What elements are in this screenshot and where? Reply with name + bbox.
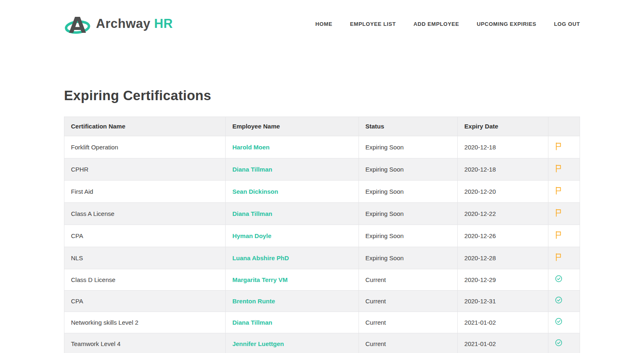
nav-link-log-out[interactable]: LOG OUT — [554, 21, 580, 27]
nav-link-employee-list[interactable]: EMPLOYEE LIST — [350, 21, 396, 27]
employee-link[interactable]: Diana Tillman — [232, 166, 272, 173]
expiry-date-cell: 2020-12-20 — [458, 181, 548, 203]
check-circle-icon — [555, 318, 562, 325]
check-circle-icon — [555, 275, 562, 282]
status-cell: Current — [359, 312, 457, 333]
certification-name-cell: CPA — [64, 225, 226, 247]
status-icon-cell — [548, 333, 580, 353]
site-header: A ArchwayHR HOMEEMPLOYEE LISTADD EMPLOYE… — [0, 0, 644, 37]
employee-name-cell: Brenton Runte — [226, 291, 359, 312]
table-row: Teamwork Level 4Jennifer LuettgenCurrent… — [64, 333, 580, 353]
table-row: CPABrenton RunteCurrent2020-12-31 — [64, 291, 580, 312]
column-header-status: Status — [359, 117, 457, 136]
employee-link[interactable]: Sean Dickinson — [232, 188, 278, 195]
employee-name-cell: Jennifer Luettgen — [226, 333, 359, 353]
employee-link[interactable]: Jennifer Luettgen — [232, 340, 284, 347]
status-icon-cell — [548, 247, 580, 269]
expiring-certifications-table: Certification NameEmployee NameStatusExp… — [64, 117, 580, 353]
table-row: NLSLuana Abshire PhDExpiring Soon2020-12… — [64, 247, 580, 269]
status-cell: Expiring Soon — [359, 247, 457, 269]
flag-icon — [555, 253, 562, 261]
status-cell: Expiring Soon — [359, 158, 457, 181]
status-icon-cell — [548, 181, 580, 203]
status-cell: Expiring Soon — [359, 225, 457, 247]
main-content: Expiring Certifications Certification Na… — [64, 88, 580, 353]
status-cell: Expiring Soon — [359, 136, 457, 158]
employee-name-cell: Margarita Terry VM — [226, 269, 359, 291]
nav-link-home[interactable]: HOME — [315, 21, 332, 27]
employee-link[interactable]: Hyman Doyle — [232, 232, 271, 239]
expiry-date-cell: 2021-01-02 — [458, 312, 548, 333]
employee-name-cell: Luana Abshire PhD — [226, 247, 359, 269]
expiry-date-cell: 2020-12-31 — [458, 291, 548, 312]
table-row: CPHRDiana TillmanExpiring Soon2020-12-18 — [64, 158, 580, 181]
employee-name-cell: Hyman Doyle — [226, 225, 359, 247]
column-header-employee-name: Employee Name — [226, 117, 359, 136]
certification-name-cell: Networking skills Level 2 — [64, 312, 226, 333]
employee-name-cell: Diana Tillman — [226, 203, 359, 225]
expiry-date-cell: 2021-01-02 — [458, 333, 548, 353]
employee-name-cell: Diana Tillman — [226, 312, 359, 333]
flag-icon — [555, 186, 562, 195]
status-cell: Current — [359, 269, 457, 291]
certification-name-cell: Teamwork Level 4 — [64, 333, 226, 353]
expiry-date-cell: 2020-12-22 — [458, 203, 548, 225]
status-cell: Current — [359, 291, 457, 312]
expiry-date-cell: 2020-12-29 — [458, 269, 548, 291]
certification-name-cell: Class A License — [64, 203, 226, 225]
employee-link[interactable]: Harold Moen — [232, 144, 269, 151]
nav-link-add-employee[interactable]: ADD EMPLOYEE — [413, 21, 459, 27]
table-header-row: Certification NameEmployee NameStatusExp… — [64, 117, 580, 136]
employee-name-cell: Sean Dickinson — [226, 181, 359, 203]
employee-link[interactable]: Diana Tillman — [232, 319, 272, 326]
archway-logo-icon: A — [64, 11, 91, 36]
flag-icon — [555, 209, 562, 217]
status-cell: Expiring Soon — [359, 203, 457, 225]
expiry-date-cell: 2020-12-26 — [458, 225, 548, 247]
employee-name-cell: Diana Tillman — [226, 158, 359, 181]
table-row: Forklift OperationHarold MoenExpiring So… — [64, 136, 580, 158]
table-head: Certification NameEmployee NameStatusExp… — [64, 117, 580, 136]
table-row: First AidSean DickinsonExpiring Soon2020… — [64, 181, 580, 203]
check-circle-icon — [555, 296, 562, 304]
employee-link[interactable]: Luana Abshire PhD — [232, 254, 289, 261]
table-row: Class D LicenseMargarita Terry VMCurrent… — [64, 269, 580, 291]
employee-name-cell: Harold Moen — [226, 136, 359, 158]
column-header-certification-name: Certification Name — [64, 117, 226, 136]
status-cell: Current — [359, 333, 457, 353]
employee-link[interactable]: Brenton Runte — [232, 298, 275, 305]
brand-suffix: HR — [154, 16, 173, 31]
expiry-date-cell: 2020-12-18 — [458, 158, 548, 181]
status-icon-cell — [548, 203, 580, 225]
table-body: Forklift OperationHarold MoenExpiring So… — [64, 136, 580, 353]
page-title: Expiring Certifications — [64, 88, 580, 103]
status-icon-cell — [548, 158, 580, 181]
certification-name-cell: Class D License — [64, 269, 226, 291]
brand-logo[interactable]: A ArchwayHR — [64, 11, 173, 36]
expiry-date-cell: 2020-12-18 — [458, 136, 548, 158]
certification-name-cell: CPA — [64, 291, 226, 312]
employee-link[interactable]: Margarita Terry VM — [232, 276, 288, 283]
status-cell: Expiring Soon — [359, 181, 457, 203]
expiry-date-cell: 2020-12-28 — [458, 247, 548, 269]
flag-icon — [555, 142, 562, 150]
check-circle-icon — [555, 339, 562, 346]
flag-icon — [555, 164, 562, 172]
column-header-expiry-date: Expiry Date — [458, 117, 548, 136]
certification-name-cell: CPHR — [64, 158, 226, 181]
status-icon-cell — [548, 225, 580, 247]
main-nav: HOMEEMPLOYEE LISTADD EMPLOYEEUPCOMING EX… — [315, 21, 580, 27]
svg-text:A: A — [69, 12, 86, 36]
certification-name-cell: Forklift Operation — [64, 136, 226, 158]
flag-icon — [555, 231, 562, 239]
nav-link-upcoming-expiries[interactable]: UPCOMING EXPIRIES — [477, 21, 536, 27]
status-icon-cell — [548, 312, 580, 333]
employee-link[interactable]: Diana Tillman — [232, 210, 272, 217]
table-row: Class A LicenseDiana TillmanExpiring Soo… — [64, 203, 580, 225]
status-icon-cell — [548, 269, 580, 291]
brand-name: ArchwayHR — [96, 16, 173, 31]
column-header-status-icon — [548, 117, 580, 136]
table-row: Networking skills Level 2Diana TillmanCu… — [64, 312, 580, 333]
certification-name-cell: First Aid — [64, 181, 226, 203]
certification-name-cell: NLS — [64, 247, 226, 269]
